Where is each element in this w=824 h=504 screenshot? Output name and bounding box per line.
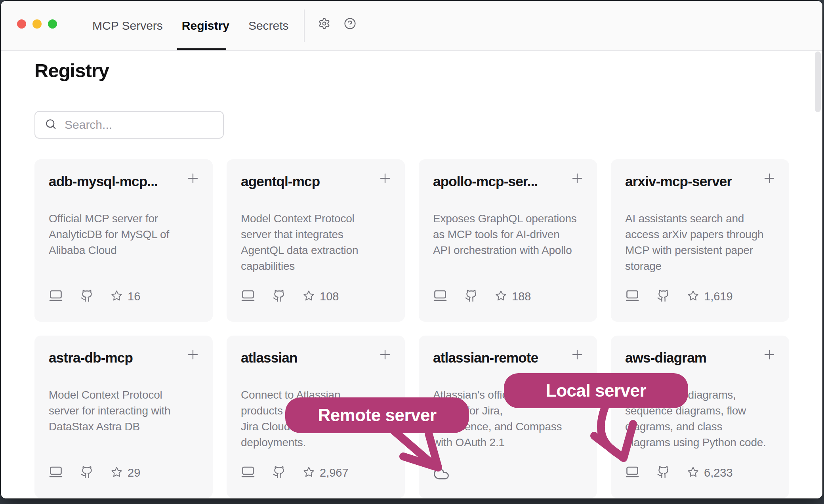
github-icon <box>657 466 670 480</box>
plus-icon <box>378 347 393 364</box>
plus-icon <box>762 171 777 187</box>
header-divider <box>304 10 305 42</box>
local-server-callout: Local server <box>504 373 688 408</box>
search-box <box>34 111 224 139</box>
vertical-scrollbar-thumb[interactable] <box>815 52 821 112</box>
server-card-footer: 1,619 <box>625 288 733 304</box>
server-card-footer: 6,233 <box>625 465 733 481</box>
remote-server-callout: Remote server <box>285 397 469 433</box>
add-server-button[interactable] <box>376 170 394 188</box>
server-description: Official MCP server forAnalyticDB for My… <box>49 211 205 258</box>
plus-icon <box>185 347 200 364</box>
add-server-button[interactable] <box>761 347 778 364</box>
help-icon <box>344 17 356 31</box>
star-count-group: 188 <box>495 290 531 303</box>
laptop-icon <box>433 288 447 304</box>
search-icon <box>45 118 57 132</box>
server-description-line: MCP with persistent paper <box>625 242 781 258</box>
star-count: 16 <box>128 290 140 303</box>
add-server-button[interactable] <box>568 347 586 364</box>
server-description-line: with OAuth 2.1 <box>433 435 589 451</box>
star-count-group: 2,967 <box>303 466 349 479</box>
gear-icon <box>318 17 330 31</box>
zoom-button[interactable] <box>48 19 57 29</box>
active-tab-indicator <box>177 48 226 50</box>
tab-mcp-servers[interactable]: MCP Servers <box>92 19 163 32</box>
add-server-button[interactable] <box>184 347 202 364</box>
server-card[interactable]: apollo-mcp-ser... Exposes GraphQL operat… <box>419 159 597 322</box>
server-description-line: diagrams using Python code. <box>625 435 781 451</box>
star-count-group: 16 <box>111 290 140 303</box>
titlebar: MCP Servers Registry Secrets <box>1 1 822 51</box>
star-icon <box>687 290 699 303</box>
server-card-footer: 108 <box>241 288 339 304</box>
server-name: astra-db-mcp <box>49 350 179 366</box>
laptop-icon <box>241 288 255 304</box>
star-count: 2,967 <box>320 466 349 479</box>
star-count: 6,233 <box>704 466 733 479</box>
server-description-line: diagrams, and class <box>625 419 781 435</box>
server-card-footer: 188 <box>433 288 531 304</box>
cloud-icon <box>433 466 450 484</box>
remote-server-callout-label: Remote server <box>318 405 436 425</box>
server-description-line: server that integrates <box>241 227 397 242</box>
close-button[interactable] <box>17 19 26 29</box>
plus-icon <box>378 171 393 187</box>
server-description: Exposes GraphQL operationsas MCP tools f… <box>433 211 589 258</box>
server-description: AI assistants search andaccess arXiv pap… <box>625 211 781 274</box>
star-count-group: 29 <box>111 466 140 479</box>
server-description-line: access arXiv papers through <box>625 227 781 242</box>
main-nav: MCP Servers Registry Secrets <box>92 1 289 50</box>
github-icon <box>273 289 286 304</box>
laptop-icon <box>241 465 255 481</box>
star-icon <box>495 290 507 303</box>
star-count: 29 <box>128 466 140 479</box>
server-name: adb-mysql-mcp... <box>49 174 179 189</box>
star-icon <box>111 466 122 479</box>
add-server-button[interactable] <box>376 347 394 364</box>
app-window: MCP Servers Registry Secrets Registry ad… <box>1 1 822 498</box>
tab-registry[interactable]: Registry <box>182 19 229 32</box>
server-card[interactable]: agentql-mcp Model Context Protocolserver… <box>227 159 405 322</box>
add-server-button[interactable] <box>761 170 778 188</box>
server-name: atlassian <box>241 350 371 366</box>
server-card[interactable]: astra-db-mcp Model Context Protocolserve… <box>34 336 213 498</box>
server-name: aws-diagram <box>625 350 755 366</box>
server-card[interactable]: aws-diagram Create AWS diagrams,sequence… <box>611 336 789 498</box>
plus-icon <box>762 347 777 364</box>
star-count-group: 108 <box>303 290 339 303</box>
search-input[interactable] <box>64 118 218 132</box>
server-description-line: AI assistants search and <box>625 211 781 227</box>
star-icon <box>303 290 315 303</box>
github-icon <box>80 466 93 480</box>
add-server-button[interactable] <box>568 170 586 188</box>
server-description-line: Model Context Protocol <box>49 387 205 403</box>
server-description-line: Alibaba Cloud <box>49 242 205 258</box>
star-icon <box>303 466 315 479</box>
page-title: Registry <box>34 59 109 82</box>
server-description-line: deployments. <box>241 435 397 451</box>
github-icon <box>80 289 93 304</box>
server-name: apollo-mcp-ser... <box>433 174 563 189</box>
settings-button[interactable] <box>313 13 335 35</box>
server-card[interactable]: adb-mysql-mcp... Official MCP server for… <box>34 159 213 322</box>
server-description-line: server for interacting with <box>49 403 205 419</box>
server-description-line: Model Context Protocol <box>241 211 397 227</box>
server-name: arxiv-mcp-server <box>625 174 755 189</box>
server-card-footer <box>433 466 450 484</box>
help-button[interactable] <box>339 13 361 35</box>
star-count: 1,619 <box>704 290 733 303</box>
server-name: atlassian-remote <box>433 350 563 366</box>
server-description-line: Official MCP server for <box>49 211 205 227</box>
plus-icon <box>570 171 585 187</box>
laptop-icon <box>625 465 639 481</box>
server-card[interactable]: arxiv-mcp-server AI assistants search an… <box>611 159 789 322</box>
minimize-button[interactable] <box>32 19 42 29</box>
github-icon <box>657 289 670 304</box>
tab-secrets[interactable]: Secrets <box>248 19 289 32</box>
star-count: 108 <box>320 290 339 303</box>
add-server-button[interactable] <box>184 170 202 188</box>
star-icon <box>111 290 122 303</box>
local-server-callout-label: Local server <box>546 381 646 401</box>
github-icon <box>273 466 286 480</box>
